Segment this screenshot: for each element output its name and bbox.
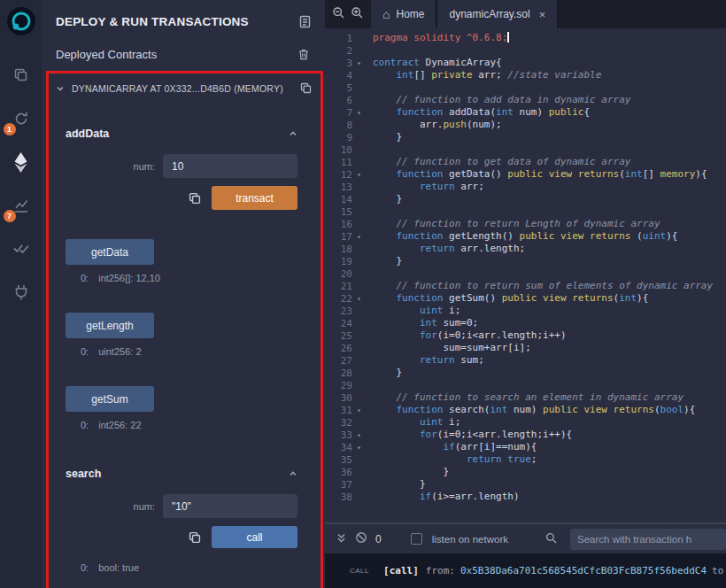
code-line[interactable]: for(i=0;i<arr.length;i++){ — [373, 429, 726, 441]
solidity-compiler-icon[interactable]: 1 — [8, 105, 35, 132]
trash-icon[interactable] — [298, 49, 309, 60]
call-button[interactable]: call — [212, 526, 297, 548]
line-number[interactable]: 5 — [325, 81, 366, 94]
code-line[interactable]: return sum; — [373, 354, 726, 367]
listen-network-checkbox[interactable] — [411, 533, 422, 545]
code-line[interactable]: // function to add data in dynamic array — [373, 94, 726, 106]
code-line[interactable]: } — [373, 131, 726, 143]
docs-icon[interactable] — [299, 15, 311, 28]
chevron-up-icon[interactable] — [289, 469, 297, 478]
code-line[interactable]: if(arr[i]==num){ — [373, 441, 726, 453]
copy-calldata-icon[interactable] — [189, 192, 201, 205]
code-line[interactable]: // function to return Length of dynamic … — [373, 218, 726, 230]
contract-instance-label[interactable]: DYNAMICARRAY AT 0X332...D4B6D (MEMORY) — [72, 83, 293, 94]
zoom-out-icon[interactable] — [332, 6, 345, 23]
line-number[interactable]: 6 — [325, 94, 366, 106]
getlength-button[interactable]: getLength — [66, 313, 154, 338]
line-number[interactable]: 22▾ — [325, 292, 366, 305]
deploy-run-icon[interactable] — [8, 149, 35, 175]
remix-logo[interactable] — [7, 7, 35, 35]
code-line[interactable]: int[] private arr; //state variable — [373, 69, 726, 81]
line-number[interactable]: 3▾ — [325, 57, 366, 69]
line-number[interactable]: 19 — [325, 255, 366, 267]
code-line[interactable]: for(i=0;i<arr.length;i++) — [373, 329, 726, 342]
chevron-down-icon[interactable] — [56, 84, 65, 93]
line-number[interactable]: 20 — [325, 267, 366, 280]
code-line[interactable] — [373, 44, 726, 57]
code-line[interactable]: // function to return sum of elements of… — [373, 280, 726, 292]
code-line[interactable]: return arr.length; — [373, 243, 726, 255]
code-line[interactable]: // function to get data of dynamic array — [373, 156, 726, 168]
tab-home[interactable]: ⌂ Home — [371, 0, 437, 28]
code-line[interactable]: sum=sum+arr[i]; — [373, 342, 726, 354]
code-line[interactable]: pragma solidity ^0.6.8; — [373, 32, 726, 44]
code-line[interactable]: function search(int num) public view ret… — [373, 404, 726, 416]
line-number[interactable]: 31▾ — [325, 404, 366, 416]
code-line[interactable] — [373, 267, 726, 280]
line-number[interactable]: 12▾ — [325, 168, 366, 181]
terminal-log-row[interactable]: call [call] from: 0x5B38Da6a701c568545dC… — [325, 553, 726, 588]
code-line[interactable] — [373, 81, 726, 94]
line-number[interactable]: 27 — [325, 354, 366, 367]
code-line[interactable]: int sum=0; — [373, 317, 726, 329]
code-line[interactable] — [373, 143, 726, 156]
code-line[interactable]: return true; — [373, 453, 726, 466]
line-number[interactable]: 8 — [325, 119, 366, 131]
zoom-in-icon[interactable] — [351, 6, 364, 23]
transact-button[interactable]: transact — [212, 186, 297, 210]
code-line[interactable]: return arr; — [373, 181, 726, 193]
code-line[interactable]: } — [373, 255, 726, 267]
static-analysis-icon[interactable] — [8, 236, 35, 262]
code-line[interactable]: arr.push(num); — [373, 119, 726, 131]
transaction-search-input[interactable] — [570, 529, 726, 550]
code-line[interactable]: // function to search an element in dyna… — [373, 391, 726, 404]
clear-terminal-icon[interactable] — [355, 531, 367, 547]
line-number[interactable]: 7▾ — [325, 106, 366, 119]
line-number[interactable]: 9 — [325, 131, 366, 143]
plugin-manager-icon[interactable] — [8, 279, 35, 306]
line-number[interactable]: 26 — [325, 342, 366, 354]
line-number[interactable]: 14 — [325, 193, 366, 205]
analytics-icon[interactable]: 7 — [8, 192, 35, 219]
line-number[interactable]: 10 — [325, 143, 366, 156]
line-number[interactable]: 37 — [325, 478, 366, 491]
chevron-up-icon[interactable] — [289, 129, 297, 138]
line-number[interactable]: 11 — [325, 156, 366, 168]
line-number[interactable]: 35 — [325, 453, 366, 466]
line-number[interactable]: 2 — [325, 44, 366, 57]
line-number[interactable]: 1 — [325, 32, 366, 44]
adddata-num-input[interactable] — [163, 154, 297, 178]
code-line[interactable]: } — [373, 478, 726, 491]
line-number[interactable]: 38 — [325, 491, 366, 503]
code-line[interactable]: contract DynamicArray{ — [373, 57, 726, 69]
code-line[interactable]: } — [373, 466, 726, 478]
code-line[interactable] — [373, 205, 726, 218]
line-number[interactable]: 15 — [325, 205, 366, 218]
code-line[interactable]: function getLength() public view returns… — [373, 230, 726, 243]
line-number[interactable]: 34▾ — [325, 441, 366, 453]
tab-dynamicarray-sol[interactable]: dynamicArray.sol × — [437, 0, 559, 28]
expand-terminal-icon[interactable] — [336, 531, 347, 547]
line-number[interactable]: 25 — [325, 329, 366, 342]
line-number[interactable]: 23 — [325, 305, 366, 317]
code-line[interactable]: function getData() public view returns(i… — [373, 168, 726, 181]
line-number[interactable]: 16 — [325, 218, 366, 230]
code-line[interactable]: } — [373, 367, 726, 379]
line-number[interactable]: 32 — [325, 416, 366, 429]
line-number[interactable]: 28 — [325, 367, 366, 379]
code-line[interactable]: if(i>=arr.length) — [373, 491, 726, 503]
line-number[interactable]: 29 — [325, 379, 366, 391]
code-editor[interactable]: 123▾4567▾89101112▾1314151617▾1819202122▾… — [325, 28, 726, 522]
search-num-input[interactable] — [163, 494, 297, 518]
code-line[interactable]: uint i; — [373, 416, 726, 429]
copy-address-icon[interactable] — [300, 82, 312, 94]
close-tab-icon[interactable]: × — [539, 9, 546, 20]
code-line[interactable]: uint i; — [373, 305, 726, 317]
code-line[interactable]: function getSum() public view returns(in… — [373, 292, 726, 305]
file-explorer-icon[interactable] — [8, 62, 35, 89]
line-number[interactable]: 18 — [325, 243, 366, 255]
line-number[interactable]: 17▾ — [325, 230, 366, 243]
code-line[interactable] — [373, 379, 726, 391]
line-number[interactable]: 4 — [325, 69, 366, 81]
copy-calldata-icon[interactable] — [189, 531, 201, 544]
